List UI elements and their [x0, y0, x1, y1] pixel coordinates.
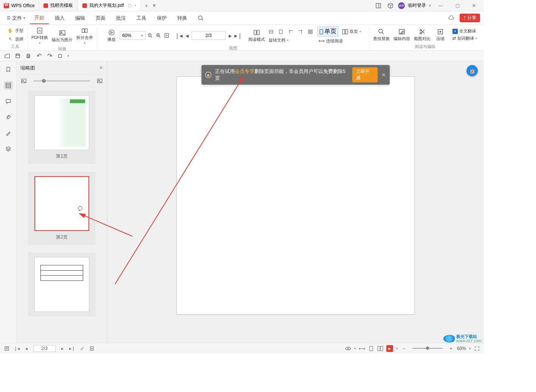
- maximize-button[interactable]: ▢: [451, 0, 464, 11]
- continuous-button[interactable]: ⟷连续阅读: [317, 37, 362, 45]
- thumbnail-page-2[interactable]: 第2页: [28, 172, 96, 245]
- zoom-in-status[interactable]: +: [448, 346, 454, 352]
- fit-width-status[interactable]: ⟷: [359, 346, 365, 352]
- next-page-button[interactable]: ▸: [226, 31, 234, 40]
- eye-icon[interactable]: [345, 346, 351, 352]
- login-dropdown-icon[interactable]: ▾: [429, 3, 431, 8]
- menu-annotate[interactable]: 批注: [112, 12, 130, 24]
- rotate-doc-button[interactable]: 旋转文档▾: [267, 37, 314, 44]
- word-translate-button[interactable]: ⇄划词翻译▾: [451, 35, 479, 42]
- double-page-button[interactable]: 双页▾: [341, 28, 362, 35]
- attachment-panel-button[interactable]: [4, 113, 13, 122]
- first-page-status[interactable]: ❘◂: [14, 346, 20, 352]
- single-page-button[interactable]: 单页: [317, 26, 338, 37]
- tab-current-document[interactable]: 我的大学规划.pdf ▢ •: [78, 0, 141, 11]
- minimize-button[interactable]: —: [434, 0, 448, 11]
- page-input[interactable]: [192, 31, 226, 40]
- jump-status-button[interactable]: ⤢: [79, 346, 85, 352]
- thumb-image-icon[interactable]: [20, 77, 27, 84]
- export-image-button[interactable]: 输出为图片: [50, 29, 74, 43]
- edit-content-button[interactable]: 编辑内容: [392, 28, 412, 42]
- thumb-image-large-icon[interactable]: [96, 77, 103, 84]
- save-button[interactable]: [14, 53, 21, 59]
- quick-dropdown[interactable]: ▾: [67, 54, 69, 58]
- undo-button[interactable]: ↶: [36, 53, 42, 59]
- file-menu[interactable]: ☰ 文件 ▾: [4, 15, 28, 22]
- banner-close-button[interactable]: ✕: [381, 72, 386, 78]
- fullscreen-status[interactable]: [474, 346, 480, 352]
- share-button[interactable]: ⤴ 分享: [460, 14, 480, 22]
- zoom-out-button[interactable]: [146, 31, 154, 40]
- prev-page-button[interactable]: ◂: [183, 31, 191, 40]
- zoom-slider[interactable]: [412, 348, 443, 349]
- more-quick-button[interactable]: [57, 53, 64, 59]
- fit-width-button[interactable]: [267, 28, 275, 36]
- tab-more-icon[interactable]: •: [135, 3, 136, 8]
- tab-dropdown[interactable]: ▾: [153, 2, 156, 9]
- single-page-status[interactable]: [368, 346, 374, 352]
- new-tab-button[interactable]: +: [141, 0, 152, 11]
- zoom-out-status[interactable]: −: [401, 346, 407, 352]
- menu-edit[interactable]: 编辑: [71, 12, 90, 24]
- insert-status-button[interactable]: [89, 346, 95, 352]
- close-button[interactable]: ✕: [467, 0, 481, 11]
- tab-template-shop[interactable]: 找稻壳模板: [39, 0, 78, 11]
- split-merge-button[interactable]: 拆分合并▾: [75, 26, 94, 45]
- hand-tool-button[interactable]: ✋手型: [5, 26, 25, 35]
- last-page-status[interactable]: ▸❘: [69, 346, 75, 352]
- zoom-value-status[interactable]: 60%: [457, 346, 466, 351]
- reading-mode-button[interactable]: 阅读模式: [247, 28, 266, 43]
- cloud-icon[interactable]: [447, 14, 456, 23]
- menu-page[interactable]: 页面: [91, 12, 110, 24]
- zoom-in-button[interactable]: [155, 31, 162, 40]
- prev-page-status[interactable]: ◂: [23, 346, 29, 352]
- menu-search[interactable]: [193, 12, 208, 24]
- cube-icon[interactable]: [386, 1, 395, 10]
- crop-2-button[interactable]: [297, 28, 304, 36]
- menu-convert[interactable]: 转换: [173, 12, 192, 24]
- ai-assistant-button[interactable]: 🤖: [466, 65, 478, 76]
- full-translate-button[interactable]: A全文翻译: [451, 28, 479, 35]
- panel-icon[interactable]: [374, 1, 383, 10]
- crop-1-button[interactable]: [287, 28, 294, 36]
- layers-panel-button[interactable]: [4, 144, 13, 153]
- thumbnail-panel-button[interactable]: [4, 81, 13, 90]
- thumbnail-page-3[interactable]: [28, 253, 96, 316]
- signature-panel-button[interactable]: [4, 129, 13, 138]
- status-page-number[interactable]: 2/3: [33, 345, 56, 352]
- print-button[interactable]: [25, 53, 32, 59]
- document-viewer[interactable]: ◆ 正在试用会员专享删除页面功能，非会员用户可以免费删除5页 立即开通 ✕ 🤖: [107, 61, 484, 343]
- menu-insert[interactable]: 插入: [50, 12, 69, 24]
- compress-button[interactable]: 压缩: [433, 28, 448, 42]
- fit-button[interactable]: [163, 31, 170, 40]
- screenshot-compare-button[interactable]: 截图对比: [412, 28, 432, 42]
- grid-button[interactable]: [307, 28, 314, 36]
- login-label[interactable]: 临时登录: [408, 2, 426, 9]
- double-page-status[interactable]: [377, 346, 383, 352]
- toc-status-button[interactable]: [4, 346, 10, 352]
- menu-start[interactable]: 开始: [30, 12, 49, 24]
- select-tool-button[interactable]: ↖选择: [5, 35, 25, 43]
- play-status-button[interactable]: ▶: [386, 345, 393, 352]
- menu-protect[interactable]: 保护: [152, 12, 171, 24]
- tab-dropdown-icon[interactable]: ▢: [128, 3, 131, 8]
- fit-page-button[interactable]: [277, 28, 285, 36]
- pdf-convert-button[interactable]: PDF转换▾: [30, 26, 50, 45]
- find-replace-button[interactable]: 查找替换: [372, 28, 391, 42]
- redo-button[interactable]: ↷: [46, 53, 53, 59]
- bookmark-panel-button[interactable]: [4, 65, 13, 74]
- next-page-status[interactable]: ▸: [59, 346, 65, 352]
- close-panel-button[interactable]: ✕: [99, 65, 103, 71]
- last-page-button[interactable]: ▸❘: [235, 31, 242, 40]
- user-avatar[interactable]: WP: [398, 2, 405, 9]
- open-button[interactable]: [4, 53, 11, 59]
- zoom-select[interactable]: 60%▾: [120, 31, 146, 40]
- play-button[interactable]: 播放: [104, 28, 119, 43]
- upgrade-button[interactable]: 立即开通: [352, 67, 378, 82]
- thumbnail-page-1[interactable]: 第1页: [28, 91, 96, 164]
- thumbnail-list[interactable]: 第1页 第2页: [17, 87, 107, 343]
- comment-panel-button[interactable]: [4, 97, 13, 106]
- thumb-size-slider[interactable]: [33, 80, 90, 82]
- menu-tools[interactable]: 工具: [132, 12, 151, 24]
- first-page-button[interactable]: ❘◂: [175, 31, 183, 40]
